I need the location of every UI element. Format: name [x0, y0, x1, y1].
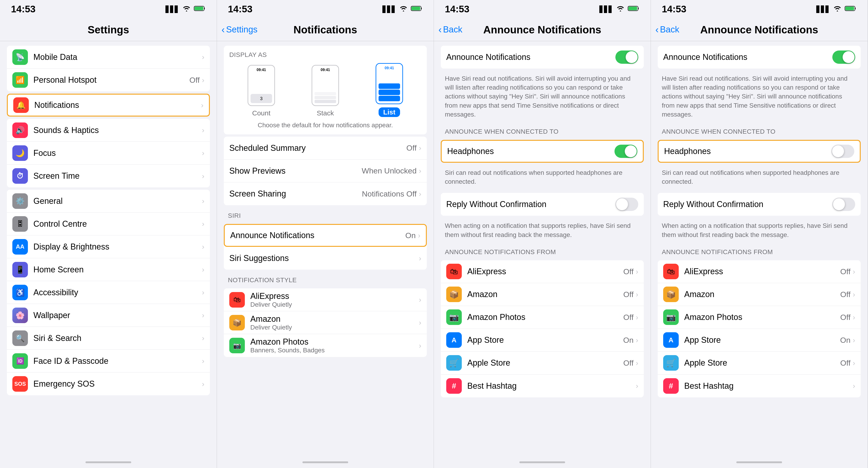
- announce-toggle-label: Announce Notifications: [446, 52, 530, 62]
- scroll-content-2[interactable]: DISPLAY AS 09:41 3 Count 09:41: [217, 41, 434, 457]
- app-row-amazon-photos-4[interactable]: 📷 Amazon Photos Off ›: [658, 306, 861, 329]
- settings-row-emergency[interactable]: SOS Emergency SOS ›: [7, 373, 210, 395]
- reply-toggle-thumb-4: [833, 198, 845, 210]
- settings-group-reply-4: Reply Without Confirmation: [658, 193, 861, 216]
- app-row-besthashtag-4[interactable]: # Best Hashtag ›: [658, 375, 861, 397]
- nav-back-2[interactable]: ‹ Settings: [221, 24, 257, 35]
- nav-back-4[interactable]: ‹ Back: [655, 24, 679, 35]
- headphones-group-wrapper-4: Headphones: [658, 140, 861, 163]
- settings-row-headphones-4: Headphones: [658, 140, 861, 163]
- notifications-icon: 🔔: [13, 97, 29, 113]
- settings-row-mobile-data[interactable]: 📡 Mobile Data ›: [7, 46, 210, 68]
- headphones-desc-4: Siri can read out notifications when sup…: [651, 165, 868, 191]
- settings-row-sounds[interactable]: 🔊 Sounds & Haptics ›: [7, 119, 210, 142]
- settings-row-amazon[interactable]: 📦 Amazon Deliver Quietly ›: [224, 311, 427, 334]
- screentime-icon: ⏱: [12, 168, 28, 184]
- announce-toggle-thumb-4: [843, 51, 855, 63]
- app-icon-amazon-4: 📦: [663, 286, 679, 302]
- scroll-content-4[interactable]: Announce Notifications Have Siri read ou…: [651, 41, 868, 457]
- announce-toggle-3[interactable]: [615, 51, 638, 64]
- settings-row-faceid[interactable]: 🆔 Face ID & Passcode ›: [7, 350, 210, 373]
- app-row-aliexpress-3[interactable]: 🛍 AliExpress Off ›: [441, 260, 644, 283]
- app-row-applestore-4[interactable]: 🛒 Apple Store Off ›: [658, 352, 861, 375]
- app-label-amazon-photos-3: Amazon Photos: [467, 312, 525, 322]
- scheduled-summary-label: Scheduled Summary: [229, 143, 306, 153]
- app-row-amazon-4[interactable]: 📦 Amazon Off ›: [658, 283, 861, 306]
- svg-rect-1: [194, 7, 203, 10]
- screentime-label: Screen Time: [33, 171, 80, 181]
- app-label-aliexpress-3: AliExpress: [467, 267, 506, 276]
- status-icons-2: ▋▋▋: [382, 5, 423, 13]
- app-row-appstore-4[interactable]: A App Store On ›: [658, 329, 861, 352]
- mobile-data-label: Mobile Data: [33, 52, 77, 62]
- display-option-count[interactable]: 09:41 3 Count: [248, 65, 275, 117]
- settings-group-notifications-wrapper: 🔔 Notifications ›: [7, 94, 210, 117]
- app-label-amazon-4: Amazon: [684, 289, 714, 299]
- scroll-content-1[interactable]: 📡 Mobile Data › 📶 Personal Hotspot Off: [0, 41, 217, 457]
- settings-row-aliexpress[interactable]: 🛍 AliExpress Deliver Quietly ›: [224, 288, 427, 311]
- settings-row-wallpaper[interactable]: 🌸 Wallpaper ›: [7, 304, 210, 327]
- battery-icon-1: [194, 5, 206, 13]
- nav-back-3[interactable]: ‹ Back: [438, 24, 462, 35]
- display-option-list[interactable]: 09:41 List: [376, 63, 403, 117]
- app-label-appstore-3: App Store: [467, 335, 504, 345]
- hotspot-chevron: ›: [202, 76, 205, 84]
- display-as-options: 09:41 3 Count 09:41 Stack: [229, 63, 421, 117]
- panel-settings-main: 14:53 ▋▋▋ Settings 📡 Mobile Data: [0, 0, 217, 468]
- settings-row-controlcentre[interactable]: 🎛 Control Centre ›: [7, 213, 210, 236]
- settings-row-scheduled-summary[interactable]: Scheduled Summary Off ›: [224, 137, 427, 159]
- status-time-4: 14:53: [662, 4, 686, 14]
- settings-row-reply-3: Reply Without Confirmation: [441, 193, 644, 216]
- app-row-amazon-photos-3[interactable]: 📷 Amazon Photos Off ›: [441, 306, 644, 329]
- scroll-content-3[interactable]: Announce Notifications Have Siri read ou…: [434, 41, 651, 457]
- reply-toggle-4[interactable]: [832, 198, 855, 211]
- settings-row-announce-toggle-4: Announce Notifications: [658, 46, 861, 68]
- settings-row-homescreen[interactable]: 📱 Home Screen ›: [7, 258, 210, 281]
- headphones-toggle-3[interactable]: [615, 145, 637, 158]
- phone-mockup-count: 09:41 3: [248, 65, 275, 106]
- announce-desc-4: Have Siri read out notifications. Siri w…: [651, 71, 868, 123]
- announce-toggle-4[interactable]: [832, 51, 855, 64]
- app-row-appstore-3[interactable]: A App Store On ›: [441, 329, 644, 352]
- settings-row-notifications[interactable]: 🔔 Notifications ›: [7, 94, 210, 117]
- settings-row-siri-suggestions[interactable]: Siri Suggestions ›: [224, 247, 427, 270]
- settings-row-screen-sharing[interactable]: Screen Sharing Notifications Off ›: [224, 182, 427, 205]
- settings-row-focus[interactable]: 🌙 Focus ›: [7, 142, 210, 164]
- settings-row-announce-notifications[interactable]: Announce Notifications On ›: [224, 224, 427, 247]
- settings-row-show-previews[interactable]: Show Previews When Unlocked ›: [224, 159, 427, 182]
- settings-row-display[interactable]: AA Display & Brightness ›: [7, 236, 210, 258]
- app-icon-appstore-3: A: [446, 332, 462, 348]
- settings-row-amazon-photos[interactable]: 📷 Amazon Photos Banners, Sounds, Badges …: [224, 334, 427, 357]
- headphones-toggle-4[interactable]: [831, 145, 854, 158]
- settings-row-accessibility[interactable]: ♿ Accessibility ›: [7, 281, 210, 304]
- status-time-3: 14:53: [445, 4, 469, 14]
- app-row-amazon-3[interactable]: 📦 Amazon Off ›: [441, 283, 644, 306]
- settings-row-siri[interactable]: 🔍 Siri & Search ›: [7, 327, 210, 350]
- headphones-label-3: Headphones: [447, 147, 494, 156]
- mobile-data-chevron: ›: [202, 53, 205, 61]
- announce-toggle-label-4: Announce Notifications: [663, 52, 747, 62]
- home-bar-3: [519, 461, 565, 463]
- announce-toggle-thumb-3: [626, 51, 638, 63]
- settings-row-screentime[interactable]: ⏱ Screen Time ›: [7, 164, 210, 187]
- app-row-applestore-3[interactable]: 🛒 Apple Store Off ›: [441, 352, 644, 375]
- back-label-2: Settings: [226, 25, 257, 34]
- reply-toggle-3[interactable]: [615, 198, 638, 211]
- notif-style-label: NOTIFICATION STYLE: [217, 272, 434, 286]
- app-row-besthashtag-3[interactable]: # Best Hashtag ›: [441, 375, 644, 397]
- app-row-aliexpress-4[interactable]: 🛍 AliExpress Off ›: [658, 260, 861, 283]
- app-icon-amazon-photos-3: 📷: [446, 309, 462, 325]
- settings-row-hotspot[interactable]: 📶 Personal Hotspot Off ›: [7, 68, 210, 91]
- home-indicator-2: [217, 457, 434, 468]
- controlcentre-icon: 🎛: [12, 216, 28, 232]
- phone-mockup-stack: 09:41: [312, 65, 339, 106]
- screen-sharing-value: Notifications Off: [362, 189, 416, 198]
- controlcentre-label: Control Centre: [33, 219, 87, 228]
- settings-group-notif-style: 🛍 AliExpress Deliver Quietly › 📦 Amazon …: [224, 288, 427, 357]
- settings-group-siri: Announce Notifications On › Siri Suggest…: [224, 224, 427, 270]
- wallpaper-label: Wallpaper: [33, 311, 70, 320]
- status-bar-1: 14:53 ▋▋▋: [0, 0, 217, 18]
- settings-row-general[interactable]: ⚙️ General ›: [7, 190, 210, 213]
- display-option-stack[interactable]: 09:41 Stack: [312, 65, 339, 117]
- signal-icon-1: ▋▋▋: [165, 5, 179, 13]
